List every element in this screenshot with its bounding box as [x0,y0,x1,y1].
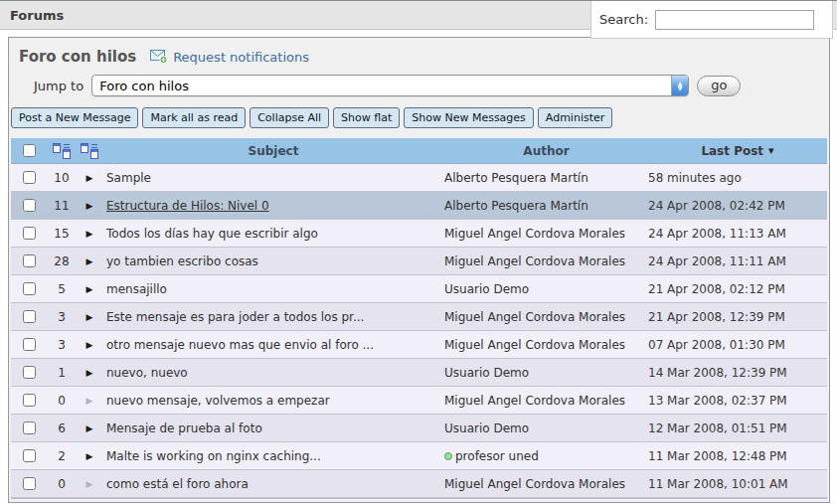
forum-title: Foro con hilos [19,48,136,66]
thread-subject-link[interactable]: mensajillo [106,282,167,296]
row-checkbox[interactable] [23,171,36,184]
thread-last-post: 24 Apr 2008, 02:42 PM [648,192,827,219]
top-bar: Forums Search: [0,0,837,30]
thread-author: Usuario Demo [444,282,529,296]
thread-author: Miguel Angel Cordova Morales [444,310,625,324]
row-checkbox[interactable] [23,449,36,462]
search-input[interactable] [655,10,814,30]
thread-last-post: 21 Apr 2008, 12:39 PM [648,303,827,330]
thread-author: Usuario Demo [444,421,529,435]
thread-last-post: 11 Mar 2008, 10:01 AM [648,470,827,497]
thread-subject-link[interactable]: Mensaje de prueba al foto [106,421,262,435]
forum-panel: Foro con hilos Request notifications Jum… [8,37,830,503]
row-checkbox[interactable] [23,282,36,295]
expand-thread-icon[interactable]: ▶ [86,451,93,461]
table-row: 1 ▶ nuevo, nuevo Usuario Demo 14 Mar 200… [11,359,827,387]
collapse-all-button[interactable]: Collapse All [250,107,329,128]
thread-last-post: 24 Apr 2008, 11:11 AM [648,248,827,274]
thread-subject-link[interactable]: nuevo mensaje, volvemos a empezar [106,394,330,408]
online-indicator-icon [444,452,452,460]
expand-thread-icon[interactable]: ▶ [86,423,93,433]
thread-last-post: 12 Mar 2008, 01:51 PM [648,415,827,441]
jump-to-selected-value: Foro con hilos [92,79,671,93]
thread-subject-link[interactable]: otro mensaje nuevo mas que envio al foro… [106,338,374,352]
select-stepper-icon: ▲▼ [671,76,688,95]
thread-subject-link[interactable]: como está el foro ahora [106,477,249,491]
table-row: 28 ▶ yo tambien escribo cosas Miguel Ang… [11,248,827,275]
envelope-plus-icon [150,50,168,64]
thread-author: Alberto Pesquera Martín [444,171,588,185]
reply-count: 3 [47,331,77,358]
select-all-checkbox[interactable] [23,144,36,157]
sort-desc-icon: ▾ [768,144,774,157]
expand-thread-icon[interactable]: ▶ [86,256,93,266]
thread-subject-link[interactable]: nuevo, nuevo [106,366,188,380]
row-checkbox[interactable] [23,310,36,323]
table-row: 5 ▶ mensajillo Usuario Demo 21 Apr 2008,… [11,275,827,303]
row-checkbox[interactable] [23,338,36,351]
show-flat-button[interactable]: Show flat [333,107,400,128]
administer-button[interactable]: Administer [538,107,612,128]
jump-to-select[interactable]: Foro con hilos ▲▼ [91,75,689,96]
reply-count: 0 [47,387,77,414]
row-checkbox[interactable] [23,254,36,267]
expand-thread-icon[interactable]: ▶ [86,201,93,211]
reply-count: 3 [47,303,77,330]
thread-author: Miguel Angel Cordova Morales [444,254,625,268]
row-checkbox[interactable] [23,477,36,490]
reply-count: 11 [47,192,77,219]
table-row: 10 ▶ Sample Alberto Pesquera Martín 58 m… [11,164,827,192]
thread-subject-link[interactable]: Este mensaje es para joder a todos los p… [106,310,364,324]
thread-subject-link[interactable]: Sample [106,171,151,185]
expand-thread-icon[interactable]: ▶ [86,284,93,294]
expand-thread-icon[interactable]: ▶ [86,340,93,350]
table-row: 3 ▶ otro mensaje nuevo mas que envio al … [11,331,827,359]
thread-rows: 10 ▶ Sample Alberto Pesquera Martín 58 m… [11,164,827,498]
go-button[interactable]: go [697,76,741,96]
thread-author: profesor uned [455,449,539,463]
table-row: 3 ▶ Este mensaje es para joder a todos l… [11,303,827,331]
thread-subject-link[interactable]: Estructura de Hilos: Nivel 0 [106,199,269,213]
row-checkbox[interactable] [23,366,36,379]
expand-thread-icon: ▶ [86,479,93,489]
thread-author: Miguel Angel Cordova Morales [444,394,625,408]
clipped-next-row [11,498,827,503]
reply-count: 28 [47,248,77,274]
row-checkbox[interactable] [23,394,36,407]
expand-thread-icon[interactable]: ▶ [86,312,93,322]
subject-column-header[interactable]: Subject [102,138,444,163]
author-column-header[interactable]: Author [444,138,648,163]
thread-author: Miguel Angel Cordova Morales [444,338,625,352]
expand-thread-icon[interactable]: ▶ [86,229,93,239]
thread-table: Subject Author Last Post ▾ 10 ▶ Sample A… [11,138,827,503]
post-new-message-button[interactable]: Post a New Message [11,107,138,128]
row-checkbox[interactable] [23,227,36,240]
thread-subject-link[interactable]: Malte is working on nginx caching... [106,449,321,463]
expand-thread-icon[interactable]: ▶ [86,368,93,378]
thread-subject-link[interactable]: yo tambien escribo cosas [106,254,258,268]
row-checkbox[interactable] [23,199,36,212]
reply-count: 5 [47,275,77,302]
table-header-row: Subject Author Last Post ▾ [11,138,827,164]
unread-messages-sort-icon[interactable] [81,143,98,159]
table-row: 0 ▶ como está el foro ahora Miguel Angel… [11,470,827,498]
thread-last-post: 14 Mar 2008, 12:39 PM [648,359,827,386]
last-post-column-header[interactable]: Last Post ▾ [648,138,827,163]
row-checkbox[interactable] [23,421,36,434]
thread-last-post: 24 Apr 2008, 11:13 AM [648,220,827,247]
thread-subject-link[interactable]: Todos los días hay que escribir algo [106,227,318,241]
table-row: 11 ▶ Estructura de Hilos: Nivel 0 Albert… [11,192,827,220]
table-row: 15 ▶ Todos los días hay que escribir alg… [11,220,827,248]
reply-count: 1 [47,359,77,386]
reply-count: 15 [47,220,77,247]
show-new-messages-button[interactable]: Show New Messages [404,107,534,128]
thread-last-post: 11 Mar 2008, 12:48 PM [648,442,827,469]
expand-thread-icon[interactable]: ▶ [86,173,93,183]
thread-author: Alberto Pesquera Martín [444,199,588,213]
reply-count: 10 [47,164,77,191]
table-row: 2 ▶ Malte is working on nginx caching...… [11,442,827,470]
mark-all-read-button[interactable]: Mark all as read [142,107,246,128]
messages-count-sort-icon[interactable] [53,143,71,159]
reply-count: 2 [47,442,77,469]
request-notifications-link[interactable]: Request notifications [150,50,309,65]
